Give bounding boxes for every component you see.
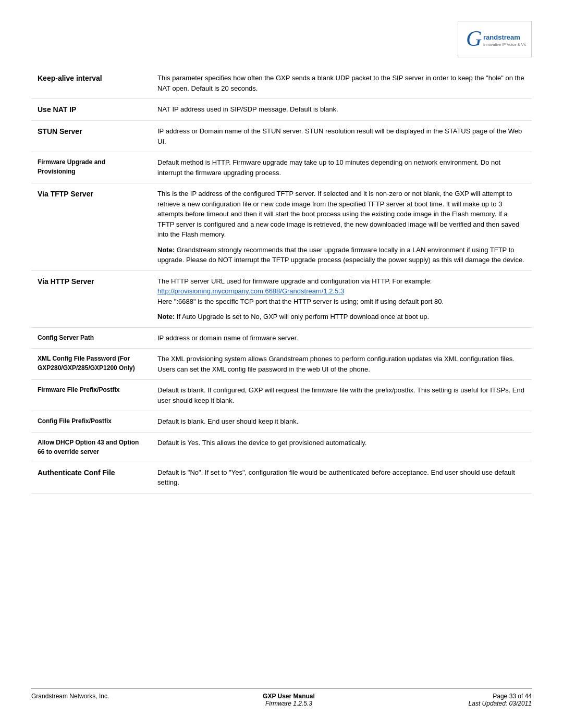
manual-title: GXP User Manual [263, 693, 315, 700]
label-via-http: Via HTTP Server [31, 270, 151, 327]
label-dhcp-option: Allow DHCP Option 43 and Option 66 to ov… [31, 432, 151, 462]
table-row: Config Server Path IP address or domain … [31, 327, 532, 349]
page-footer: Grandstream Networks, Inc. GXP User Manu… [31, 688, 532, 707]
label-keep-alive: Keep-alive interval [31, 68, 151, 99]
table-row: STUN Server IP address or Domain name of… [31, 121, 532, 152]
label-use-nat-ip: Use NAT IP [31, 99, 151, 121]
label-firmware-upgrade: Firmware Upgrade and Provisioning [31, 152, 151, 183]
note-label-2: Note: [157, 313, 175, 320]
svg-text:randstream: randstream [483, 33, 520, 41]
table-row: Use NAT IP NAT IP address used in SIP/SD… [31, 99, 532, 121]
table-row: Via TFTP Server This is the IP address o… [31, 183, 532, 271]
desc-xml-config: The XML provisioning system allows Grand… [151, 349, 532, 380]
desc-via-tftp: This is the IP address of the configured… [151, 183, 532, 271]
footer-manual: GXP User Manual Firmware 1.2.5.3 [263, 693, 315, 707]
table-row: Via HTTP Server The HTTP server URL used… [31, 270, 532, 327]
table-row: Firmware Upgrade and Provisioning Defaul… [31, 152, 532, 183]
svg-text:G: G [466, 27, 482, 51]
note-label: Note: [157, 246, 175, 254]
desc-dhcp-option: Default is Yes. This allows the device t… [151, 432, 532, 462]
footer-company: Grandstream Networks, Inc. [31, 693, 109, 700]
label-firmware-prefix: Firmware File Prefix/Postfix [31, 380, 151, 411]
table-row: Firmware File Prefix/Postfix Default is … [31, 380, 532, 411]
logo-area: G randstream Innovative IP Voice & Video [31, 21, 532, 57]
label-stun-server: STUN Server [31, 121, 151, 152]
desc-use-nat-ip: NAT IP address used in SIP/SDP message. … [151, 99, 532, 121]
logo-wrapper: G randstream Innovative IP Voice & Video [458, 21, 532, 57]
company-name: Grandstream Networks, Inc. [31, 693, 109, 700]
table-row: XML Config File Password (For GXP280/GXP… [31, 349, 532, 380]
desc-firmware-prefix: Default is blank. If configured, GXP wil… [151, 380, 532, 411]
label-authenticate-conf: Authenticate Conf File [31, 462, 151, 493]
desc-config-prefix: Default is blank. End user should keep i… [151, 411, 532, 433]
desc-stun-server: IP address or Domain name of the STUN se… [151, 121, 532, 152]
desc-authenticate-conf: Default is "No". If set to "Yes", config… [151, 462, 532, 493]
page-number: Page 33 of 44 [469, 693, 532, 700]
label-config-server-path: Config Server Path [31, 327, 151, 349]
content-table: Keep-alive interval This parameter speci… [31, 68, 532, 493]
svg-text:Innovative IP Voice & Video: Innovative IP Voice & Video [483, 42, 526, 47]
table-row: Keep-alive interval This parameter speci… [31, 68, 532, 99]
firmware-version: Firmware 1.2.5.3 [263, 700, 315, 707]
label-via-tftp: Via TFTP Server [31, 183, 151, 271]
footer-page: Page 33 of 44 Last Updated: 03/2011 [469, 693, 532, 707]
desc-config-server-path: IP address or domain name of firmware se… [151, 327, 532, 349]
logo-graphic: G randstream Innovative IP Voice & Video [463, 24, 526, 54]
page-container: G randstream Innovative IP Voice & Video… [0, 0, 563, 728]
last-updated: Last Updated: 03/2011 [469, 700, 532, 707]
http-link[interactable]: http://provisioning.mycompany.com:6688/G… [157, 287, 344, 295]
table-row: Allow DHCP Option 43 and Option 66 to ov… [31, 432, 532, 462]
desc-firmware-upgrade: Default method is HTTP. Firmware upgrade… [151, 152, 532, 183]
table-row: Config File Prefix/Postfix Default is bl… [31, 411, 532, 433]
label-xml-config: XML Config File Password (For GXP280/GXP… [31, 349, 151, 380]
table-row: Authenticate Conf File Default is "No". … [31, 462, 532, 493]
label-config-prefix: Config File Prefix/Postfix [31, 411, 151, 433]
desc-via-http: The HTTP server URL used for firmware up… [151, 270, 532, 327]
desc-keep-alive: This parameter specifies how often the G… [151, 68, 532, 99]
